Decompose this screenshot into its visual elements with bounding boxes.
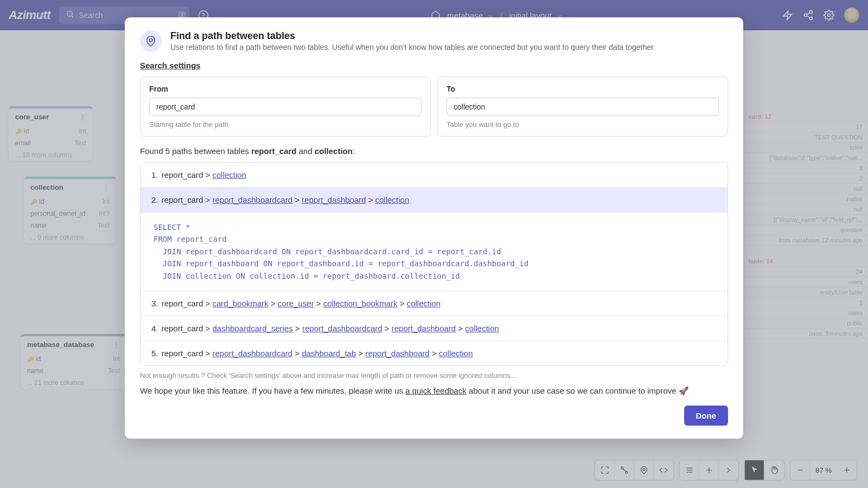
to-input[interactable] xyxy=(446,98,719,116)
tip-text: Not enough results ? Check 'Search setti… xyxy=(140,371,728,380)
found-summary: Found 5 paths between tables report_card… xyxy=(140,146,728,156)
path-row-5[interactable]: 5. report_card > report_dashboardcard > … xyxy=(141,341,727,365)
path-row-3[interactable]: 3. report_card > card_bookmark > core_us… xyxy=(141,291,727,316)
from-label: From xyxy=(149,85,422,93)
find-path-modal: Find a path between tables Use relations… xyxy=(125,17,743,439)
from-box: From Starting table for the path xyxy=(140,76,431,137)
path-row-4[interactable]: 4. report_card > dashboardcard_series > … xyxy=(141,316,727,341)
sql-preview: SELECT * FROM report_card JOIN report_da… xyxy=(141,213,727,291)
from-hint: Starting table for the path xyxy=(149,120,422,129)
done-button[interactable]: Done xyxy=(684,406,729,426)
from-input[interactable] xyxy=(149,98,422,116)
modal-subtitle: Use relations to find a path between two… xyxy=(170,43,655,52)
svg-point-23 xyxy=(149,38,152,42)
search-settings-link[interactable]: Search settings xyxy=(140,61,201,70)
to-label: To xyxy=(446,85,719,93)
path-row-1[interactable]: 1. report_card > collection xyxy=(141,163,727,188)
path-row-2[interactable]: 2. report_card > report_dashboardcard > … xyxy=(141,188,727,213)
feedback-link[interactable]: a quick feedback xyxy=(405,386,467,395)
modal-title: Find a path between tables xyxy=(170,30,655,42)
feedback-text: We hope your like this feature. If you h… xyxy=(140,386,728,396)
location-icon xyxy=(140,30,162,52)
paths-list: 1. report_card > collection 2. report_ca… xyxy=(140,162,728,366)
to-hint: Table you want to go to xyxy=(446,120,719,129)
to-box: To Table you want to go to xyxy=(437,76,728,137)
